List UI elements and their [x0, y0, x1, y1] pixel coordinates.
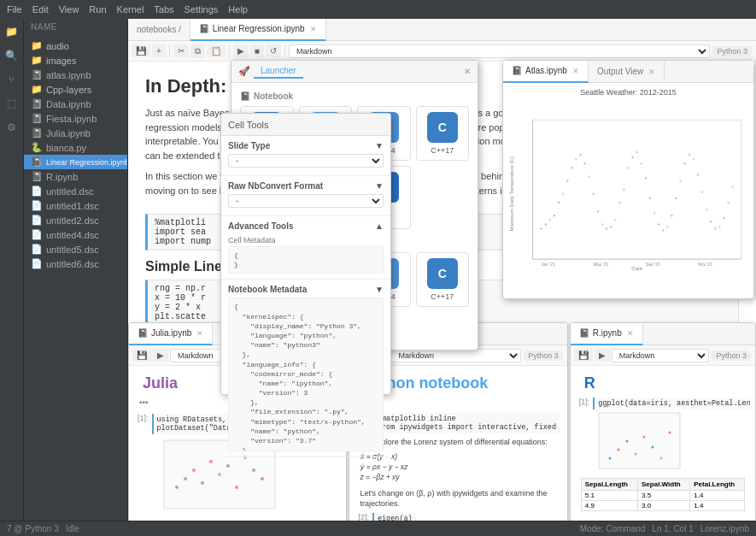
tree-item-untitled2[interactable]: 📄 untitled2.dsc: [24, 213, 127, 227]
r-save-btn[interactable]: 💾: [574, 349, 593, 362]
output-view-tab[interactable]: Output View ✕: [589, 61, 665, 83]
tree-item-fiesta[interactable]: 📓 Fiesta.ipynb: [24, 111, 127, 126]
tree-item-data[interactable]: 📓 Data.ipynb: [24, 97, 127, 111]
launcher-close-icon[interactable]: ✕: [464, 67, 471, 76]
julia-save-btn[interactable]: 💾: [132, 349, 151, 362]
stop-button[interactable]: ■: [250, 44, 264, 57]
menu-bar: File Edit View Run Kernel Tabs Settings …: [0, 0, 756, 19]
paste-button[interactable]: 📋: [207, 44, 226, 57]
cut-button[interactable]: ✂: [173, 44, 189, 57]
atlas-tab[interactable]: 📓 Atlas.ipynb ✕: [503, 61, 589, 83]
r-toolbar: 💾 ▶ Markdown Python 3: [571, 345, 755, 366]
svg-point-32: [658, 223, 659, 225]
output-tab-close[interactable]: ✕: [648, 68, 655, 76]
run-button[interactable]: ▶: [233, 44, 249, 57]
tree-item-bianca[interactable]: 🐍 bianca.py: [24, 140, 127, 155]
r-cell-1: [1]: ggplot(data=iris, aesthet=Petal.Len: [576, 398, 750, 409]
tree-item-untitled[interactable]: 📄 untitled.dsc: [24, 184, 127, 198]
menu-help[interactable]: Help: [228, 4, 248, 15]
slide-type-row: -: [228, 154, 384, 168]
menu-edit[interactable]: Edit: [32, 4, 49, 15]
tab-close-icon[interactable]: ✕: [310, 25, 317, 33]
tree-item-cpp[interactable]: 📁 Cpp-layers: [24, 82, 127, 97]
cell-type-select[interactable]: MarkdownCode: [289, 44, 711, 58]
tree-item-images[interactable]: 📁 images: [24, 53, 127, 68]
menu-kernel[interactable]: Kernel: [117, 4, 144, 15]
cell-petal-length-2: 1.4: [690, 501, 745, 511]
svg-point-35: [671, 215, 672, 216]
toolbar-separator-3: [284, 45, 285, 57]
launcher-cpp17[interactable]: C C++17: [416, 106, 470, 161]
tree-item-untitled4[interactable]: 📄 untitled4.dsc: [24, 227, 127, 242]
tree-item-r[interactable]: 📓 R.ipynb: [24, 169, 127, 184]
menu-settings[interactable]: Settings: [185, 4, 219, 15]
menu-view[interactable]: View: [59, 4, 79, 15]
launcher-tab[interactable]: Launcher: [254, 64, 303, 79]
svg-point-72: [608, 457, 611, 460]
atlas-tab-close[interactable]: ✕: [572, 67, 579, 75]
tree-item-untitled6[interactable]: 📄 untitled6.dsc: [24, 256, 127, 271]
tree-item-audio[interactable]: 📁 audio: [24, 38, 127, 53]
output-view-label: Output View: [597, 67, 643, 76]
menu-run[interactable]: Run: [89, 4, 106, 15]
tree-item-atlas[interactable]: 📓 atlas.ipynb: [24, 68, 127, 82]
svg-point-44: [710, 221, 712, 222]
settings-icon[interactable]: ⚙: [3, 118, 21, 137]
svg-point-61: [184, 477, 187, 480]
cell-sepal-length-1: 5.1: [581, 491, 637, 501]
menu-tabs[interactable]: Tabs: [154, 4, 173, 15]
content-area: notebooks / 📓 Linear Regression.ipynb ✕ …: [128, 19, 756, 536]
tree-item-untitled1[interactable]: 📄 untitled1.dsc: [24, 198, 127, 213]
raw-format-title[interactable]: Raw NbConvert Format ▼: [228, 181, 384, 191]
app-window: File Edit View Run Kernel Tabs Settings …: [0, 0, 756, 536]
advanced-tools-title[interactable]: Advanced Tools ▲: [228, 221, 384, 231]
julia-run-btn[interactable]: ▶: [153, 349, 168, 362]
svg-point-39: [689, 154, 690, 156]
svg-point-66: [226, 464, 230, 468]
svg-point-27: [636, 151, 637, 153]
sidebar-icon-bar: 📁 🔍 ⑂ ⬚ ⚙: [0, 19, 24, 536]
svg-point-6: [545, 223, 547, 225]
notebook-metadata-title[interactable]: Notebook Metadata ▼: [228, 285, 384, 294]
raw-format-section: Raw NbConvert Format ▼ -: [221, 176, 390, 216]
tree-item-linear[interactable]: 📓 Linear Regression.ipynb: [24, 155, 127, 169]
notebook-toolbar: 💾 + ✂ ⧉ 📋 ▶ ■ ↺ MarkdownCode Python 3: [128, 41, 756, 62]
breadcrumb-path: notebooks /: [137, 25, 181, 34]
raw-format-select[interactable]: -: [228, 194, 384, 208]
r-run-btn[interactable]: ▶: [595, 349, 610, 362]
svg-point-48: [727, 202, 729, 203]
r-code-1[interactable]: ggplot(data=iris, aesthet=Petal.Len: [593, 398, 750, 409]
julia-tab[interactable]: 📓 Julia.ipynb ✕: [129, 323, 213, 345]
r-tab[interactable]: 📓 R.ipynb ✕: [571, 323, 643, 345]
slide-type-select[interactable]: -: [228, 154, 384, 168]
julia-close-icon[interactable]: ✕: [196, 329, 203, 338]
svg-point-60: [175, 486, 179, 489]
files-icon[interactable]: 📁: [3, 22, 21, 41]
r-scatter-chart: [597, 411, 683, 471]
tree-item-untitled5[interactable]: 📄 untitled5.dsc: [24, 242, 127, 256]
r-cells[interactable]: R [1]: ggplot(data=iris, aesthet=Petal.L…: [571, 366, 755, 535]
slide-type-title[interactable]: Slide Type ▼: [228, 141, 384, 150]
tab-breadcrumb[interactable]: notebooks /: [128, 19, 190, 41]
restart-button[interactable]: ↺: [266, 44, 281, 57]
r-cell-type[interactable]: Markdown: [612, 349, 710, 362]
git-icon[interactable]: ⑂: [3, 70, 21, 89]
tree-item-julia[interactable]: 📓 Julia.ipynb: [24, 126, 127, 140]
menu-file[interactable]: File: [7, 4, 22, 15]
r-close-icon[interactable]: ✕: [627, 329, 634, 338]
add-cell-button[interactable]: +: [152, 44, 166, 57]
lorenz-code-1[interactable]: %matplotlib inline from ipywidgets impor…: [372, 413, 560, 433]
search-icon[interactable]: 🔍: [3, 46, 21, 65]
tab-linear-regression[interactable]: 📓 Linear Regression.ipynb ✕: [190, 19, 326, 41]
console-cpp17[interactable]: C C++17: [416, 252, 470, 307]
svg-rect-0: [533, 120, 741, 259]
svg-point-12: [571, 167, 572, 168]
svg-point-67: [235, 486, 238, 489]
extensions-icon[interactable]: ⬚: [3, 94, 21, 113]
svg-point-20: [606, 227, 607, 229]
notebook-metadata-code[interactable]: { "kernelspec": { "display_name": "Pytho…: [228, 297, 384, 451]
metadata-code[interactable]: { }: [228, 246, 384, 274]
svg-point-62: [192, 468, 196, 472]
save-button[interactable]: 💾: [132, 44, 150, 57]
copy-button[interactable]: ⧉: [190, 44, 205, 58]
